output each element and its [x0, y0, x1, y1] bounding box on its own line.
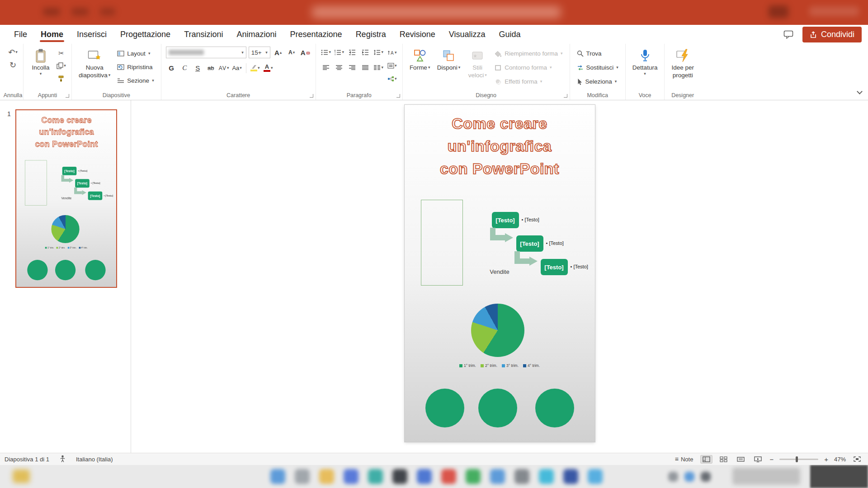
process-box-1[interactable]: [Testo] — [62, 167, 77, 175]
accessibility-button[interactable] — [59, 455, 66, 464]
fit-to-window-button[interactable] — [852, 455, 863, 463]
circle-shape-1[interactable] — [425, 389, 464, 427]
shape-outline-button[interactable]: Contorno forma ▾ — [492, 61, 565, 74]
taskbar-icon[interactable] — [270, 469, 285, 484]
tab-presentazione[interactable]: Presentazione — [283, 25, 349, 44]
circle-shape-1[interactable] — [27, 260, 47, 280]
italic-button[interactable]: C — [179, 62, 190, 74]
tab-registra[interactable]: Registra — [349, 25, 393, 44]
format-painter-button[interactable] — [56, 73, 67, 84]
chart-legend[interactable]: 1° trim. 2° trim. 3° trim. 4° trim. — [405, 363, 595, 368]
reading-view-button[interactable] — [735, 455, 746, 463]
tab-transizioni[interactable]: Transizioni — [177, 25, 230, 44]
zoom-level[interactable]: 47% — [834, 456, 846, 463]
chart-title[interactable]: Vendite — [16, 197, 117, 200]
paste-button[interactable]: Incolla ▾ — [28, 47, 53, 77]
process-box-1-bullet[interactable]: • [Testo] — [522, 217, 539, 222]
elbow-arrow-1[interactable] — [489, 228, 517, 247]
pie-chart[interactable] — [471, 304, 524, 357]
elbow-arrow-1[interactable] — [61, 175, 75, 185]
slide[interactable]: Come creare un'infografica con PowerPoin… — [405, 105, 595, 442]
undo-button[interactable]: ↶▾ — [7, 47, 19, 58]
new-slide-button[interactable]: Nuova diapositiva▾ — [76, 47, 113, 80]
copy-button[interactable]: ▾ — [56, 60, 67, 71]
process-box-1[interactable]: [Testo] — [492, 212, 519, 228]
underline-button[interactable]: S — [192, 62, 203, 74]
convert-smartart-button[interactable]: ▾ — [387, 73, 398, 84]
clear-formatting-button[interactable]: A — [300, 47, 311, 58]
circle-shape-3[interactable] — [85, 260, 105, 280]
strikethrough-button[interactable]: ab — [205, 62, 217, 74]
dictate-button[interactable]: Dettatura ▾ — [630, 47, 660, 77]
dialog-launcher-carattere[interactable] — [310, 94, 313, 98]
change-case-button[interactable]: Aa▾ — [231, 62, 243, 74]
font-size-select[interactable]: 15+ ▾ — [249, 47, 270, 58]
shape-fill-button[interactable]: Riempimento forma ▾ — [492, 47, 565, 60]
bold-button[interactable]: G — [166, 62, 177, 74]
decrease-indent-button[interactable] — [347, 47, 358, 58]
tab-visualizza[interactable]: Visualizza — [442, 25, 492, 44]
circle-shape-2[interactable] — [55, 260, 75, 280]
find-button[interactable]: Trova — [575, 47, 621, 60]
shape-effects-button[interactable]: Effetti forma ▾ — [492, 75, 565, 88]
dialog-launcher-paragrafo[interactable] — [396, 94, 400, 98]
character-spacing-button[interactable]: AV▾ — [218, 62, 230, 74]
taskbar-icon[interactable] — [368, 469, 383, 484]
increase-indent-button[interactable] — [360, 47, 371, 58]
line-spacing-button[interactable]: ▾ — [373, 47, 384, 58]
taskbar-tray-icon[interactable] — [668, 472, 678, 482]
dialog-launcher-disegno[interactable] — [564, 94, 567, 98]
tab-revisione[interactable]: Revisione — [393, 25, 442, 44]
taskbar-tray-icon[interactable] — [701, 472, 711, 482]
tab-animazioni[interactable]: Animazioni — [230, 25, 283, 44]
circle-shape-2[interactable] — [478, 389, 517, 427]
comments-button[interactable] — [782, 28, 795, 41]
design-ideas-button[interactable]: Idee per progetti — [669, 47, 696, 80]
process-box-2-bullet[interactable]: • [Testo] — [546, 240, 564, 246]
highlight-color-button[interactable]: ▾ — [250, 62, 261, 74]
shapes-button[interactable]: Forme▾ — [407, 47, 433, 72]
increase-font-button[interactable]: A▴ — [273, 47, 284, 58]
align-text-button[interactable]: ▾ — [387, 60, 398, 71]
decrease-font-button[interactable]: A▾ — [286, 47, 297, 58]
zoom-slider-thumb[interactable] — [796, 456, 798, 462]
elbow-arrow-2[interactable] — [513, 251, 541, 270]
zoom-in-button[interactable]: + — [824, 455, 828, 463]
normal-view-button[interactable] — [701, 455, 712, 463]
share-button[interactable]: Condividi — [802, 27, 862, 42]
bullets-button[interactable]: ▾ — [321, 47, 332, 58]
slide-thumbnail[interactable]: Come creare un'infografica con PowerPoin… — [15, 109, 117, 288]
tab-home[interactable]: Home — [34, 25, 70, 44]
language-button[interactable]: Italiano (Italia) — [76, 456, 113, 463]
circle-shape-3[interactable] — [535, 389, 574, 427]
replace-button[interactable]: Sostituisci ▾ — [575, 61, 621, 74]
chart-title[interactable]: Vendite — [405, 268, 595, 275]
layout-button[interactable]: Layout ▾ — [115, 47, 156, 60]
align-left-button[interactable] — [321, 62, 332, 73]
zoom-out-button[interactable]: − — [769, 455, 774, 463]
justify-button[interactable] — [360, 62, 371, 73]
taskbar-icon[interactable] — [295, 469, 310, 484]
text-direction-button[interactable]: A▾ — [387, 47, 398, 58]
redo-button[interactable]: ↻ — [7, 59, 19, 70]
arrange-button[interactable]: Disponi▾ — [435, 47, 463, 72]
font-color-button[interactable]: A ▾ — [263, 62, 274, 74]
align-right-button[interactable] — [347, 62, 358, 73]
dialog-launcher-appunti[interactable] — [66, 94, 69, 98]
font-name-select[interactable]: ▾ — [166, 47, 246, 58]
slide-canvas[interactable]: Come creare un'infografica con PowerPoin… — [131, 100, 868, 453]
taskbar-icon[interactable] — [514, 469, 529, 484]
slide-title-textbox[interactable]: Come creare un'infografica con PowerPoin… — [405, 112, 595, 180]
taskbar-icon[interactable] — [319, 469, 334, 484]
slide-title-textbox[interactable]: Come creare un'infografica con PowerPoin… — [16, 114, 117, 150]
align-center-button[interactable] — [334, 62, 345, 73]
pie-chart[interactable] — [51, 215, 79, 243]
zoom-slider[interactable] — [779, 459, 818, 460]
quick-styles-button[interactable]: Stili veloci▾ — [465, 47, 490, 80]
process-box-1-bullet[interactable]: • [Testo] — [78, 169, 87, 172]
slide-sorter-view-button[interactable] — [718, 455, 729, 463]
process-box-2[interactable]: [Testo] — [75, 179, 90, 188]
section-button[interactable]: Sezione ▾ — [115, 75, 156, 87]
process-box-2[interactable]: [Testo] — [516, 235, 543, 252]
cut-button[interactable]: ✂ — [56, 47, 67, 59]
